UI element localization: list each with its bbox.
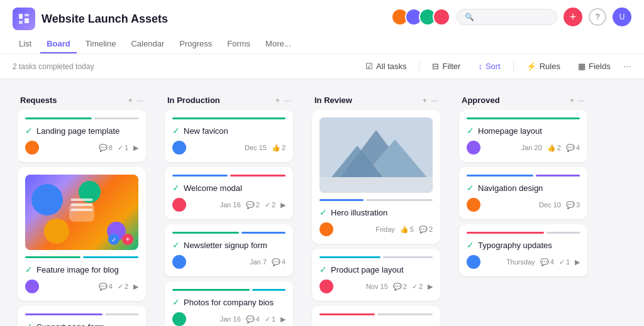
column-body-requests: ✓ Landing page template 💬 8 ✓ 1 ▶	[13, 110, 151, 326]
tab-more[interactable]: More...	[259, 35, 297, 53]
card-avatar	[172, 141, 186, 155]
card-title: ✓ Feature image for blog	[25, 264, 138, 274]
check-icon: ✓	[25, 322, 33, 326]
like-count: 👍 5	[400, 225, 414, 234]
column-header-approved: Approved + ···	[454, 89, 592, 110]
column-actions-review: + ···	[423, 95, 438, 105]
svg-rect-8	[319, 177, 433, 193]
card-date: Dec 10	[539, 201, 561, 209]
expand-icon[interactable]: ▶	[428, 283, 433, 291]
app-title: Website Launch Assets	[42, 13, 168, 26]
card-welcome-modal: ✓ Welcome modal Jan 16 💬 2 ✓ 2 ▶	[165, 167, 293, 219]
toolbar: 2 tasks completed today ☑ All tasks ⊟ Fi…	[0, 54, 644, 79]
card-progress	[25, 256, 138, 258]
check-decoration: ✓	[108, 234, 119, 245]
card-footer: Jan 16 💬 2 ✓ 2 ▶	[172, 198, 286, 212]
current-user-avatar[interactable]: U	[613, 8, 631, 26]
progress-bar	[319, 313, 375, 315]
card-date: Jan 16	[220, 315, 241, 323]
tab-forms[interactable]: Forms	[221, 35, 257, 53]
expand-icon[interactable]: ▶	[280, 201, 286, 209]
column-requests: Requests + ··· ✓ Landing page template	[13, 89, 151, 326]
tab-list[interactable]: List	[13, 35, 38, 53]
progress-bar	[172, 232, 239, 234]
task-count: ✓ 1	[559, 258, 570, 266]
card-title: ✓ New favicon	[172, 126, 286, 136]
card-title: ✓ Support page form	[25, 322, 138, 326]
add-card-icon[interactable]: +	[275, 95, 280, 105]
header: Website Launch Assets List Board Timelin…	[0, 0, 644, 54]
card-support: ✓ Support page form	[18, 306, 146, 326]
card-title: ✓ Landing page template	[25, 126, 138, 136]
add-card-icon[interactable]: +	[570, 95, 575, 105]
help-button[interactable]: ?	[589, 8, 606, 26]
fields-button[interactable]: ▦ Fields	[573, 59, 616, 73]
task-count: ✓ 1	[118, 144, 128, 152]
circle-decoration	[44, 219, 69, 244]
card-footer: Jan 20 👍 2 💬 4	[467, 141, 580, 155]
add-button[interactable]: +	[564, 8, 582, 26]
tab-progress[interactable]: Progress	[173, 35, 218, 53]
card-progress	[467, 117, 580, 119]
svg-rect-2	[19, 21, 23, 24]
card-title: ✓ Photos for company bios	[172, 297, 286, 307]
add-card-icon[interactable]: +	[423, 95, 428, 105]
card-progress	[25, 117, 138, 119]
check-icon: ✓	[467, 183, 474, 193]
card-footer: 💬 4 ✓ 2 ▶	[25, 280, 138, 293]
progress-bar	[467, 232, 544, 234]
plus-decoration: +	[122, 234, 133, 245]
progress-bar	[467, 117, 580, 119]
check-icon: ✓	[172, 126, 180, 136]
card-nav-design: ✓ Navigation design Dec 10 💬 3	[459, 167, 587, 219]
tab-calendar[interactable]: Calendar	[125, 35, 170, 53]
card-footer: 💬 8 ✓ 1 ▶	[25, 141, 138, 155]
task-count: ✓ 2	[412, 283, 423, 291]
card-date: Dec 15	[245, 144, 267, 151]
card-progress	[172, 289, 286, 291]
card-progress	[172, 175, 286, 177]
column-in-review: In Review + ···	[307, 89, 445, 326]
column-header-requests: Requests + ···	[13, 89, 151, 110]
card-avatar	[25, 141, 39, 155]
check-icon: ✓	[467, 240, 474, 250]
comment-count: 💬 4	[272, 258, 286, 266]
card-title: ✓ Homepage layout	[467, 126, 580, 136]
card-avatar	[467, 141, 480, 155]
column-menu-icon[interactable]: ···	[578, 95, 585, 105]
toolbar-actions: ☑ All tasks ⊟ Filter ↕ Sort ⚡ Rules ▦ Fi…	[360, 59, 631, 73]
tab-timeline[interactable]: Timeline	[79, 35, 123, 53]
expand-icon[interactable]: ▶	[280, 315, 286, 323]
search-box[interactable]: 🔍	[457, 9, 557, 25]
rules-button[interactable]: ⚡ Rules	[521, 59, 565, 73]
column-menu-icon[interactable]: ···	[431, 95, 438, 105]
column-menu-icon[interactable]: ···	[136, 95, 143, 105]
expand-icon[interactable]: ▶	[575, 258, 580, 266]
expand-icon[interactable]: ▶	[133, 283, 138, 291]
tab-board[interactable]: Board	[40, 35, 77, 53]
card-photos-bios: ✓ Photos for company bios Jan 16 💬 4 ✓ 1…	[165, 281, 293, 326]
card-product-page: ✓ Product page layout Nov 15 💬 2 ✓ 2 ▶	[312, 249, 440, 301]
progress-bar	[547, 232, 580, 234]
card-meta: Dec 10 💬 3	[539, 201, 580, 209]
column-menu-icon[interactable]: ···	[284, 95, 291, 105]
more-options-button[interactable]: ···	[623, 61, 631, 72]
card-favicon: ✓ New favicon Dec 15 👍 2	[165, 110, 293, 162]
progress-bar	[536, 175, 580, 177]
header-left: Website Launch Assets List Board Timelin…	[13, 8, 297, 53]
app-title-row: Website Launch Assets	[13, 8, 297, 30]
divider-2	[513, 62, 514, 71]
card-avatar	[25, 280, 39, 293]
card-meta: Jan 7 💬 4	[250, 258, 286, 266]
colorful-image: ✓ +	[25, 175, 138, 250]
all-tasks-button[interactable]: ☑ All tasks	[360, 59, 411, 73]
card-title: ✓ Navigation design	[467, 183, 580, 193]
sort-button[interactable]: ↕ Sort	[473, 59, 505, 73]
expand-icon[interactable]: ▶	[133, 144, 138, 152]
card-feature-image: ✓ + ✓ Feature image for blog	[18, 167, 146, 301]
filter-button[interactable]: ⊟ Filter	[427, 59, 465, 73]
card-footer: Jan 7 💬 4	[172, 255, 286, 269]
task-status: 2 tasks completed today	[13, 62, 94, 71]
card-date: Jan 16	[220, 201, 241, 209]
add-card-icon[interactable]: +	[128, 95, 133, 105]
